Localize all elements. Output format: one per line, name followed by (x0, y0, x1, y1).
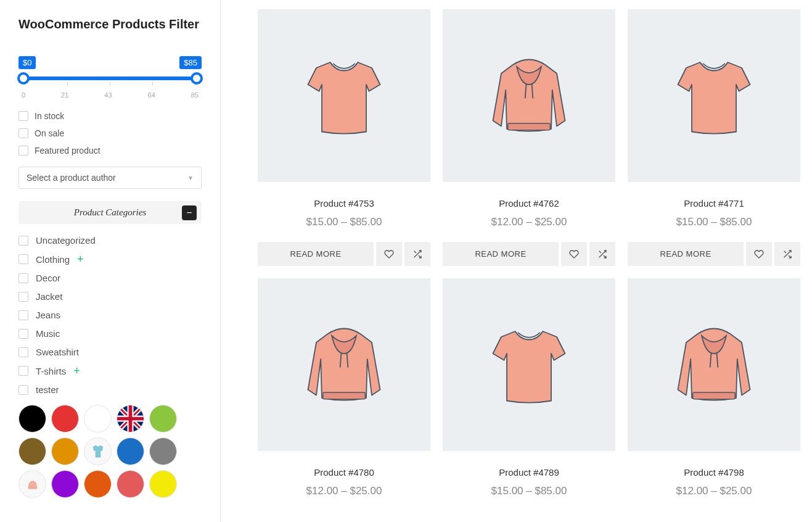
compare-shuffle-icon[interactable] (774, 242, 800, 266)
color-swatches (18, 405, 202, 498)
color-swatch-tshirt-icon[interactable] (84, 437, 112, 465)
color-swatch-red[interactable] (51, 405, 79, 433)
product-actions: READ MORE (628, 242, 800, 266)
product-actions: READ MORE (258, 242, 430, 266)
category-row: T-shirts+ (18, 365, 202, 376)
on-sale-checkbox[interactable] (18, 128, 28, 138)
tick-2: 43 (104, 91, 112, 99)
author-select[interactable]: Select a product author ▼ (18, 167, 202, 189)
color-swatch-purple[interactable] (51, 470, 79, 498)
category-checkbox[interactable] (18, 292, 28, 302)
product-actions: READ MORE (443, 242, 615, 266)
compare-shuffle-icon[interactable] (404, 242, 430, 266)
category-checkbox[interactable] (18, 236, 28, 246)
svg-rect-5 (508, 123, 550, 130)
category-row: Music (18, 328, 202, 339)
color-swatch-amber[interactable] (51, 437, 79, 465)
svg-line-11 (784, 251, 786, 252)
category-label: Music (36, 328, 60, 339)
in-stock-checkbox[interactable] (18, 111, 28, 121)
color-swatch-olive[interactable] (18, 437, 46, 465)
product-grid: Product #4753$15.00 – $85.00READ MOREPro… (258, 9, 812, 497)
product-price: $15.00 – $85.00 (258, 216, 430, 228)
slider-handle-min[interactable] (17, 72, 30, 85)
on-sale-label: On sale (35, 128, 64, 138)
in-stock-row: In stock (18, 111, 202, 121)
category-label: Decor (36, 273, 60, 283)
featured-row: Featured product (18, 146, 202, 155)
category-checkbox[interactable] (18, 347, 28, 357)
product-name[interactable]: Product #4798 (628, 467, 800, 478)
product-image[interactable] (258, 278, 430, 451)
product-name[interactable]: Product #4753 (258, 198, 430, 209)
category-checkbox[interactable] (18, 385, 28, 395)
tick-3: 64 (148, 91, 155, 99)
category-checkbox[interactable] (18, 366, 28, 376)
product-card: Product #4771$15.00 – $85.00READ MORE (628, 9, 800, 266)
product-image[interactable] (443, 9, 615, 182)
in-stock-label: In stock (35, 111, 64, 121)
compare-shuffle-icon[interactable] (589, 242, 615, 266)
slider-handle-max[interactable] (191, 72, 203, 85)
categories-header-label: Product Categories (74, 207, 146, 218)
featured-label: Featured product (35, 146, 100, 155)
expand-icon[interactable]: + (77, 254, 84, 265)
category-checkbox[interactable] (18, 329, 28, 339)
category-label: Jeans (36, 310, 60, 320)
product-image[interactable] (628, 278, 800, 451)
price-tags: $0 $85 (18, 56, 202, 69)
sidebar: WooCommerce Products Filter $0 $85 0 21 … (0, 0, 221, 522)
product-name[interactable]: Product #4771 (628, 198, 800, 209)
product-price: $15.00 – $85.00 (628, 216, 800, 228)
category-label: Clothing (36, 254, 70, 265)
product-price: $12.00 – $25.00 (628, 485, 800, 497)
category-row: Jacket (18, 291, 202, 302)
product-image[interactable] (258, 9, 430, 182)
category-label: Uncategorized (36, 235, 96, 246)
wishlist-heart-icon[interactable] (746, 242, 772, 266)
product-name[interactable]: Product #4780 (258, 467, 430, 478)
category-checkbox[interactable] (18, 310, 28, 320)
read-more-button[interactable]: READ MORE (258, 242, 374, 266)
product-price: $15.00 – $85.00 (443, 485, 615, 497)
read-more-button[interactable]: READ MORE (628, 242, 744, 266)
category-row: Sweatshirt (18, 347, 202, 357)
color-swatch-black[interactable] (18, 405, 46, 433)
svg-rect-1 (28, 486, 36, 488)
product-card: Product #4780$12.00 – $25.00 (258, 278, 430, 497)
category-checkbox[interactable] (18, 273, 28, 283)
featured-checkbox[interactable] (18, 146, 28, 155)
color-swatch-uk-flag[interactable] (117, 405, 144, 433)
color-swatch-blue[interactable] (117, 437, 144, 465)
color-swatch-white[interactable] (84, 405, 112, 433)
expand-icon[interactable]: + (73, 365, 80, 376)
category-row: Decor (18, 273, 202, 283)
product-name[interactable]: Product #4762 (443, 198, 615, 209)
product-image[interactable] (443, 278, 615, 451)
color-swatch-lime[interactable] (149, 405, 177, 433)
read-more-button[interactable]: READ MORE (443, 242, 559, 266)
category-row: Jeans (18, 310, 202, 320)
color-swatch-yellow[interactable] (149, 470, 177, 498)
svg-rect-13 (693, 392, 735, 399)
slider-tick-marks (25, 82, 195, 85)
wishlist-heart-icon[interactable] (561, 242, 587, 266)
tick-4: 85 (191, 91, 199, 99)
collapse-icon[interactable]: − (182, 205, 197, 220)
category-label: tester (36, 384, 59, 395)
slider-track[interactable] (23, 77, 197, 80)
color-swatch-salmon[interactable] (117, 470, 144, 498)
price-range-slider: $0 $85 0 21 43 64 85 (18, 56, 202, 99)
product-name[interactable]: Product #4789 (443, 467, 615, 478)
category-label: Sweatshirt (36, 347, 79, 357)
wishlist-heart-icon[interactable] (376, 242, 402, 266)
sidebar-title: WooCommerce Products Filter (18, 17, 202, 31)
color-swatch-orange[interactable] (84, 470, 112, 498)
tick-0: 0 (22, 91, 25, 99)
color-swatch-gray[interactable] (149, 437, 177, 465)
product-image[interactable] (628, 9, 800, 182)
product-price: $12.00 – $25.00 (258, 485, 430, 497)
category-checkbox[interactable] (18, 254, 28, 264)
main-content: Product #4753$15.00 – $85.00READ MOREPro… (221, 0, 812, 522)
color-swatch-beanie-icon[interactable] (18, 470, 46, 498)
